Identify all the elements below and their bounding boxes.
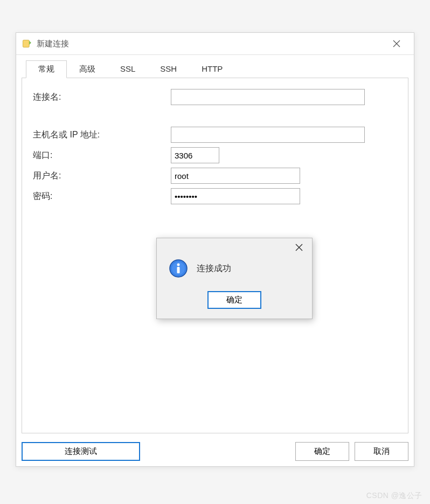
tabs: 常规 高级 SSL SSH HTTP <box>26 60 414 78</box>
app-icon <box>22 38 32 49</box>
host-input[interactable] <box>171 127 365 143</box>
footer: 连接测试 确定 取消 <box>16 439 414 466</box>
modal-footer: 确定 <box>157 288 312 319</box>
row-connection-name: 连接名: <box>31 89 399 105</box>
port-input[interactable] <box>171 147 219 163</box>
window-title: 新建连接 <box>37 39 69 49</box>
label-username: 用户名: <box>31 170 171 182</box>
password-input[interactable] <box>171 188 300 204</box>
modal-body: 连接成功 <box>157 254 312 288</box>
svg-point-7 <box>177 264 180 266</box>
close-icon <box>393 40 400 47</box>
tab-general[interactable]: 常规 <box>26 60 67 78</box>
ok-button[interactable]: 确定 <box>295 442 349 461</box>
connection-success-dialog: 连接成功 确定 <box>156 238 313 319</box>
window-close-button[interactable] <box>386 36 407 51</box>
tab-ssh[interactable]: SSH <box>148 60 189 78</box>
label-port: 端口: <box>31 150 171 161</box>
modal-header <box>157 238 312 254</box>
row-host: 主机名或 IP 地址: <box>31 127 399 143</box>
tab-http[interactable]: HTTP <box>189 60 235 78</box>
cancel-button[interactable]: 取消 <box>355 442 408 461</box>
tab-ssl[interactable]: SSL <box>108 60 148 78</box>
label-connection-name: 连接名: <box>31 92 171 103</box>
modal-message: 连接成功 <box>197 263 231 274</box>
modal-close-button[interactable] <box>289 240 309 254</box>
row-username: 用户名: <box>31 168 399 184</box>
label-host: 主机名或 IP 地址: <box>31 129 171 141</box>
svg-rect-0 <box>23 40 30 47</box>
modal-ok-button[interactable]: 确定 <box>207 291 261 309</box>
label-password: 密码: <box>31 191 171 202</box>
svg-rect-8 <box>177 267 180 273</box>
username-input[interactable] <box>171 168 300 184</box>
info-icon <box>169 259 188 278</box>
tab-advanced[interactable]: 高级 <box>67 60 108 78</box>
titlebar: 新建连接 <box>16 33 414 55</box>
title-left: 新建连接 <box>22 38 69 49</box>
new-connection-window: 新建连接 常规 高级 SSL SSH HTTP 连接名: 主机名或 IP 地址:… <box>16 32 414 467</box>
watermark: CSDN @逸公子 <box>366 491 422 501</box>
row-password: 密码: <box>31 188 399 204</box>
test-connection-button[interactable]: 连接测试 <box>22 442 140 461</box>
connection-name-input[interactable] <box>171 89 365 105</box>
close-icon <box>295 244 303 251</box>
row-port: 端口: <box>31 147 399 163</box>
footer-right: 确定 取消 <box>295 442 408 461</box>
